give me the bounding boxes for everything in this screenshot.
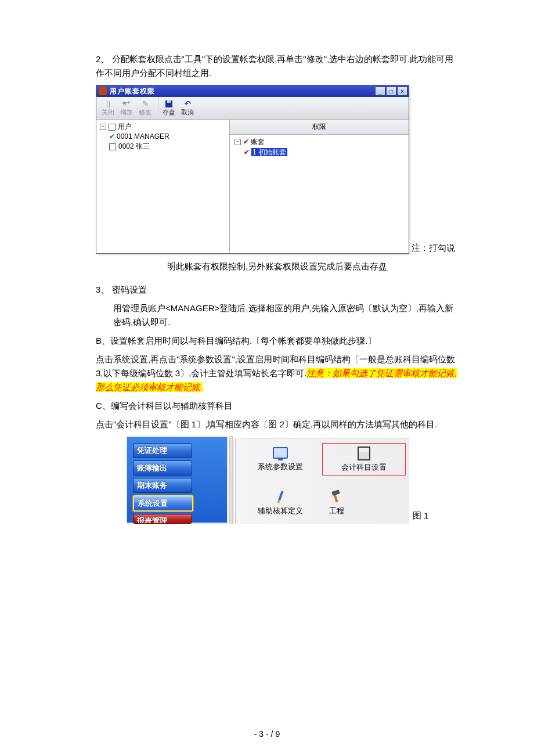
toolbar-modify[interactable]: ✎ 修改 [136,100,154,117]
paragraph-section-b-body: 点击系统设置,再点击"系统参数设置",设置启用时间和科目编码结构〔一般是总账科目… [96,352,459,394]
checkbox-icon[interactable] [109,124,116,131]
window-control-buttons: _ □ × [375,87,407,96]
check-icon: ✔ [244,148,250,156]
figure-1-label: 图 1 [413,510,429,521]
paragraph-section-c-body: 点击"会计科目设置"〔图 1〕,填写相应内容〔图 2〕确定.再以同样的方法填写其… [96,417,459,431]
paragraph-section-b-head: B、设置帐套启用时间以与科目编码结构.〔每个帐套都要单独做此步骤.〕 [96,334,459,348]
privilege-tree[interactable]: −✔账套 ✔1 初始账套 [230,135,409,253]
privilege-panel: 权限 −✔账套 ✔1 初始账套 [230,120,409,253]
figure-caption: 明此账套有权限控制,另外账套权限设置完成后要点击存盘 [96,260,459,273]
side-annotation: 注：打勾说 [412,243,455,254]
nav-period-end[interactable]: 期末账务 [133,478,192,493]
settings-icon-grid: 系统参数设置 会计科目设置 辅助核算定义 工程 [235,438,409,524]
door-icon: ▯ [99,100,117,108]
window-user-account-privilege: 用户账套权限 _ □ × ▯ 关闭 ≡⁺ 增加 [96,85,409,254]
edit-icon: ✎ [136,100,154,108]
toolbar: ▯ 关闭 ≡⁺ 增加 ✎ 修改 存盘 [96,97,409,120]
toolbar-close[interactable]: ▯ 关闭 [99,100,117,117]
user-tree-panel[interactable]: −用户 ✔0001 MANAGER 0002 张三 [96,120,230,253]
save-icon [160,100,178,108]
close-window-button[interactable]: × [397,87,407,96]
paragraph-step-3-body: 用管理员账户<MANAGER>登陆后,选择相应的用户,先输入原密码〔默认为空〕,… [96,301,459,329]
nav-sidebar: 凭证处理 账簿输出 期末账务 系统设置 报表管理 [126,436,228,524]
minimize-button[interactable]: _ [375,87,385,96]
toolbar-cancel[interactable]: ↶ 取消 [178,100,197,117]
page-footer: - 3 - / 9 [0,729,534,739]
calculator-icon [325,445,403,462]
paragraph-step-2: 2、 分配帐套权限点击"工具"下的设置帐套权限,再单击"修改",选中右边的帐套即… [96,52,459,80]
checkbox-icon[interactable] [109,143,116,150]
add-icon: ≡⁺ [117,100,136,108]
nav-ledger-output[interactable]: 账簿输出 [133,460,192,476]
tree-item-manager[interactable]: ✔0001 MANAGER [109,132,226,141]
paragraph-section-c-head: C、编写会计科目以与辅助核算科目 [96,399,459,413]
undo-icon: ↶ [178,100,197,108]
item-system-param-settings[interactable]: 系统参数设置 [239,443,323,474]
privilege-header: 权限 [230,120,409,135]
pane-divider[interactable] [229,436,234,524]
figure-user-privilege-window: 用户账套权限 _ □ × ▯ 关闭 ≡⁺ 增加 [96,85,459,254]
collapse-icon[interactable]: − [234,139,241,145]
tree-item-initial-account-set[interactable]: ✔1 初始账套 [244,147,404,158]
hammer-icon [329,488,403,506]
check-icon: ✔ [109,132,115,141]
toolbar-add[interactable]: ≡⁺ 增加 [117,100,136,117]
app-icon [99,87,107,95]
window-body: −用户 ✔0001 MANAGER 0002 张三 权限 −✔账套 ✔1 初 [96,120,409,253]
collapse-icon[interactable]: − [100,124,106,130]
title-bar[interactable]: 用户账套权限 _ □ × [96,85,409,97]
item-auxiliary-accounting-definition[interactable]: 辅助核算定义 [239,487,323,519]
nav-system-settings[interactable]: 系统设置 [133,495,193,512]
pencil-icon [241,488,320,506]
monitor-icon [241,444,320,462]
nav-report-management[interactable]: 报表管理 [133,514,192,524]
nav-voucher-processing[interactable]: 凭证处理 [133,443,192,458]
item-project[interactable]: 工程 [322,487,406,519]
tree-root-account-set[interactable]: −✔账套 ✔1 初始账套 [234,137,404,158]
window-title: 用户账套权限 [110,87,375,96]
tree-item-zhangsan[interactable]: 0002 张三 [109,141,226,152]
item-accounting-subject-settings[interactable]: 会计科目设置 [322,443,406,476]
document-page: 2、 分配帐套权限点击"工具"下的设置帐套权限,再单击"修改",选中右边的帐套即… [0,0,534,749]
check-icon: ✔ [243,138,249,146]
figure-1: 凭证处理 账簿输出 期末账务 系统设置 报表管理 系统参数设置 会计科目设置 辅… [96,436,459,524]
toolbar-save[interactable]: 存盘 [160,100,178,117]
maximize-button[interactable]: □ [386,87,396,96]
paragraph-step-3-head: 3、 密码设置 [96,283,459,297]
tree-root-user[interactable]: −用户 ✔0001 MANAGER 0002 张三 [100,122,226,152]
